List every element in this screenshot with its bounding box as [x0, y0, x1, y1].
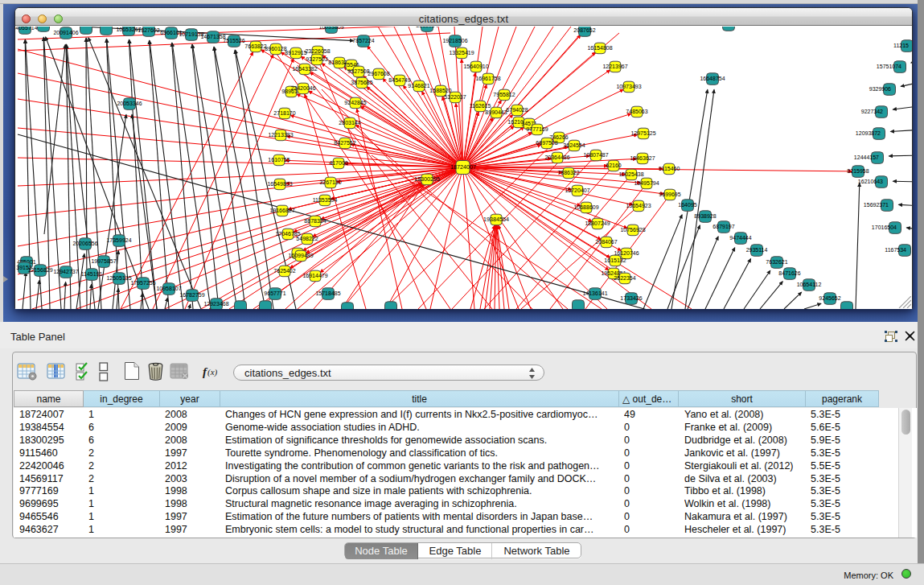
svg-text:8471626: 8471626 [778, 270, 800, 276]
svg-text:10756928: 10756928 [620, 227, 645, 233]
svg-text:12156829: 12156829 [27, 267, 52, 273]
svg-text:2803144: 2803144 [339, 120, 360, 126]
svg-text:9242845: 9242845 [344, 100, 366, 105]
svg-text:12923468: 12923468 [203, 301, 228, 307]
svg-text:12444157: 12444157 [854, 154, 879, 160]
svg-text:18495794: 18495794 [634, 180, 659, 186]
svg-text:2087652: 2087652 [573, 27, 595, 33]
svg-text:8878334: 8878334 [304, 218, 326, 224]
svg-text:7857224: 7857224 [352, 38, 374, 43]
svg-text:17359924: 17359924 [106, 237, 131, 243]
svg-text:16782759: 16782759 [179, 292, 204, 298]
svg-text:23226058: 23226058 [305, 48, 330, 54]
svg-text:20206556: 20206556 [72, 241, 97, 246]
svg-text:1167534: 1167534 [885, 247, 906, 253]
svg-text:13654923: 13654923 [626, 203, 651, 208]
svg-text:7625402: 7625402 [273, 268, 295, 274]
svg-text:19384554: 19384554 [483, 216, 509, 223]
svg-text:7955812: 7955812 [493, 92, 515, 97]
svg-text:1145191: 1145191 [81, 271, 103, 277]
svg-text:9327508: 9327508 [347, 68, 369, 74]
svg-text:164095: 164095 [678, 202, 696, 208]
svg-text:10973493: 10973493 [616, 84, 641, 89]
svg-text:15751074: 15751074 [877, 64, 901, 69]
svg-text:16099489: 16099489 [288, 253, 313, 258]
svg-text:9245652: 9245652 [819, 295, 840, 301]
svg-text:2084067: 2084067 [595, 239, 617, 245]
svg-text:8960128: 8960128 [265, 46, 286, 51]
svg-text:12213383: 12213383 [268, 132, 293, 138]
svg-text:16033809: 16033809 [318, 27, 343, 30]
svg-text:2935114: 2935114 [746, 247, 768, 253]
svg-text:6897508: 6897508 [536, 140, 557, 146]
svg-text:7632621: 7632621 [766, 259, 787, 265]
svg-text:2718170: 2718170 [273, 110, 295, 116]
svg-text:16914479: 16914479 [302, 273, 327, 278]
svg-text:1610755: 1610755 [268, 157, 290, 163]
svg-text:8427552: 8427552 [334, 140, 355, 146]
svg-text:(x): (x) [207, 367, 218, 377]
svg-text:417006: 417006 [329, 160, 347, 166]
svg-text:9227342: 9227342 [861, 109, 883, 114]
svg-text:3267130: 3267130 [319, 179, 341, 185]
svg-text:18463627: 18463627 [630, 155, 655, 161]
svg-text:18724007: 18724007 [450, 163, 476, 171]
svg-text:16543382: 16543382 [292, 66, 317, 72]
svg-text:10807487: 10807487 [583, 152, 608, 158]
svg-text:20053346: 20053346 [117, 101, 142, 106]
svg-text:10688609: 10688609 [573, 204, 598, 210]
svg-text:19975857: 19975857 [91, 258, 116, 264]
svg-text:9474444: 9474444 [729, 235, 751, 241]
svg-text:2522354: 2522354 [614, 275, 635, 281]
svg-text:7515526: 7515526 [223, 38, 244, 43]
svg-text:9146821: 9146821 [408, 83, 429, 89]
svg-text:20091406: 20091406 [53, 30, 78, 35]
svg-text:10654112: 10654112 [797, 282, 822, 287]
svg-text:8912915: 8912915 [285, 50, 306, 56]
svg-text:16549833: 16549833 [267, 181, 292, 187]
svg-text:10958107: 10958107 [156, 286, 181, 291]
svg-text:3875685: 3875685 [351, 80, 372, 85]
svg-text:6879197: 6879197 [713, 224, 734, 229]
svg-text:9115460: 9115460 [659, 166, 680, 171]
svg-text:1327602: 1327602 [138, 27, 159, 33]
svg-text:12505135: 12505135 [106, 275, 131, 281]
svg-text:2967608: 2967608 [368, 71, 389, 76]
svg-text:7886322: 7886322 [557, 170, 579, 175]
svg-text:15720407: 15720407 [565, 187, 589, 193]
svg-text:62160: 62160 [606, 163, 622, 168]
svg-text:10025438: 10025438 [618, 171, 643, 177]
svg-text:9777169: 9777169 [526, 126, 548, 132]
svg-text:8454749: 8454749 [388, 77, 410, 83]
svg-text:8215958: 8215958 [847, 168, 869, 174]
svg-text:15718485: 15718485 [315, 290, 340, 296]
svg-text:9657771: 9657771 [264, 290, 285, 296]
svg-text:15692371: 15692371 [864, 202, 889, 208]
svg-text:14055714: 14055714 [15, 27, 38, 31]
svg-text:14136141: 14136141 [582, 290, 607, 296]
svg-text:5322037: 5322037 [444, 94, 466, 100]
svg-text:18300295: 18300295 [414, 175, 440, 183]
svg-text:16154808: 16154808 [587, 45, 612, 51]
svg-text:8990443: 8990443 [485, 109, 507, 115]
svg-text:1615132: 1615132 [604, 257, 626, 263]
svg-text:6794028: 6794028 [506, 107, 528, 113]
svg-text:12213967: 12213967 [602, 64, 627, 69]
svg-text:16210643: 16210643 [858, 179, 883, 184]
svg-text:17957255: 17957255 [130, 280, 155, 286]
svg-text:3624554: 3624554 [563, 142, 585, 148]
svg-text:12942737: 12942737 [53, 269, 78, 274]
svg-text:9327503: 9327503 [306, 56, 327, 62]
svg-text:1162615: 1162615 [470, 103, 491, 109]
svg-text:7485063: 7485063 [626, 109, 647, 114]
svg-text:11215: 11215 [893, 43, 909, 48]
svg-text:19166827: 19166827 [269, 208, 294, 213]
svg-text:15640910: 15640910 [463, 64, 488, 69]
svg-text:9329906: 9329906 [869, 86, 891, 92]
svg-text:18807249: 18807249 [585, 220, 610, 226]
svg-text:17016504: 17016504 [872, 225, 897, 230]
svg-text:19218506: 19218506 [442, 38, 467, 43]
svg-text:1733426: 1733426 [620, 295, 642, 301]
svg-text:20364486: 20364486 [544, 154, 569, 160]
svg-text:9699695: 9699695 [659, 192, 680, 197]
